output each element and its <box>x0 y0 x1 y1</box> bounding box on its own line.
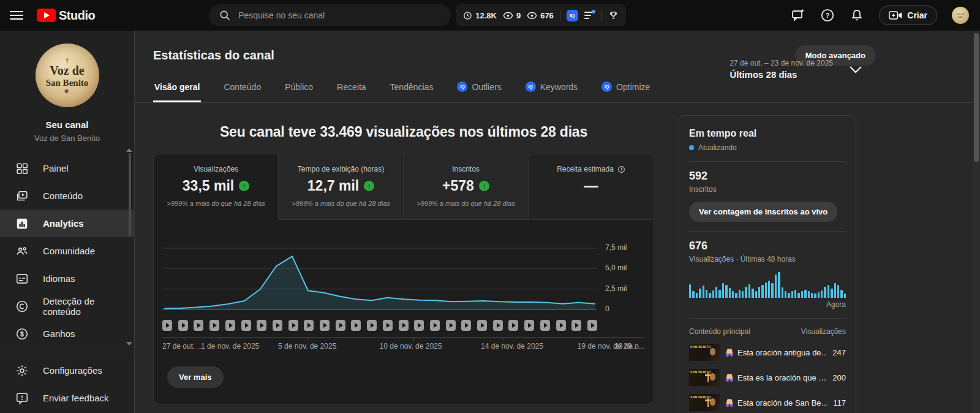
checklist-icon[interactable] <box>584 11 595 20</box>
channel-section-title: Seu canal <box>0 119 134 130</box>
video-marker-icon[interactable] <box>225 320 235 331</box>
video-marker-icon[interactable] <box>273 320 282 331</box>
date-range-picker[interactable]: 27 de out. – 23 de nov. de 2025 Últimos … <box>729 59 862 80</box>
account-avatar[interactable]: Voz deS.B. <box>952 7 969 24</box>
see-more-button[interactable]: Ver mais <box>167 366 224 388</box>
video-marker-icon[interactable] <box>320 320 330 331</box>
tab-outliers[interactable]: IQOutliers <box>456 75 502 102</box>
eye-icon <box>527 12 537 20</box>
realtime-bar <box>821 290 823 298</box>
sidebar-item-configuracoes[interactable]: Configurações <box>0 357 134 384</box>
video-marker-icon[interactable] <box>178 320 188 331</box>
video-marker-icon[interactable] <box>351 320 361 331</box>
video-marker-icon[interactable] <box>288 320 298 331</box>
sidebar-item-deteccao-de-conteudo[interactable]: Detecção de conteúdo <box>0 292 134 320</box>
video-views: 247 <box>832 348 846 357</box>
tab-optimize[interactable]: IQOptimize <box>600 75 651 102</box>
search-bar[interactable] <box>209 4 451 26</box>
avatar-monogram: Voz deS.B. <box>956 12 965 19</box>
video-marker-icon[interactable] <box>414 320 424 331</box>
sidebar-item-analytics[interactable]: Analytics <box>0 210 134 237</box>
realtime-bar <box>765 282 767 298</box>
top-content-row[interactable]: SAN BENITO Esta es la oración que … 200 <box>689 369 846 386</box>
sidebar-item-idiomas[interactable]: Idiomas <box>0 265 134 292</box>
notification-dot <box>592 10 595 13</box>
y-axis-tick: 2,5 mil <box>605 284 627 293</box>
video-marker-icon[interactable] <box>209 320 219 331</box>
tab-publico[interactable]: Público <box>284 75 314 102</box>
sidebar-item-comunidade[interactable]: Comunidade <box>0 237 134 265</box>
sidebar-item-enviar-feedback[interactable]: Enviar feedback <box>0 384 134 412</box>
metric-card-inscritos[interactable]: Inscritos +578 >999% a mais do que há 28… <box>404 154 529 220</box>
realtime-bar <box>831 289 832 298</box>
video-marker-icon[interactable] <box>508 320 518 331</box>
views-small-chip[interactable]: 9 <box>503 11 521 20</box>
video-marker-icon[interactable] <box>524 320 534 331</box>
realtime-title: Em tempo real <box>689 128 846 139</box>
menu-hamburger-icon[interactable] <box>10 11 23 20</box>
metric-card-tempo-de-exibicao[interactable]: Tempo de exibição (horas) 12,7 mil >999%… <box>279 154 404 220</box>
video-marker-icon[interactable] <box>477 320 487 331</box>
tab-receita[interactable]: Receita <box>336 75 367 102</box>
thumbnail-figure <box>710 348 715 355</box>
top-content-row[interactable]: SAN BENITO Esta oración de San Be… 117 <box>689 394 846 411</box>
notifications-bell-icon[interactable] <box>850 8 864 23</box>
tab-conteudo[interactable]: Conteúdo <box>222 75 262 102</box>
trophy-icon[interactable] <box>608 10 619 21</box>
page-scrollbar-thumb[interactable] <box>974 33 979 162</box>
video-marker-icon[interactable] <box>367 320 377 331</box>
vidiq-stats-chip[interactable]: 12.8K 9 676 IQ <box>456 4 626 26</box>
views-676-chip[interactable]: 676 <box>527 11 554 20</box>
video-marker-icon[interactable] <box>399 320 409 331</box>
video-marker-icon[interactable] <box>493 320 503 331</box>
video-marker-icon[interactable] <box>241 320 251 331</box>
video-marker-icon[interactable] <box>461 320 471 331</box>
video-marker-icon[interactable] <box>446 320 456 331</box>
praying-hands-icon <box>725 348 734 357</box>
realtime-bar <box>729 288 731 298</box>
video-marker-icon[interactable] <box>556 320 566 331</box>
realtime-subscribers-value: 592 <box>689 170 846 183</box>
video-marker-icon[interactable] <box>430 320 440 331</box>
sidebar-item-ganhos[interactable]: $ Ganhos <box>0 320 134 347</box>
video-marker-icon[interactable] <box>162 320 172 331</box>
tab-keywords[interactable]: IQKeywords <box>524 75 579 102</box>
sidebar-scrollbar[interactable] <box>129 153 131 236</box>
sidebar-item-conteudo[interactable]: Conteúdo <box>0 182 134 210</box>
realtime-bar <box>742 291 744 298</box>
help-icon[interactable]: ? <box>820 8 835 23</box>
create-button-label: Criar <box>907 10 927 20</box>
page-scrollbar[interactable] <box>973 31 980 413</box>
video-marker-icon[interactable] <box>540 320 550 331</box>
live-subscriber-count-button[interactable]: Ver contagem de inscritos ao vivo <box>689 202 837 222</box>
sidebar-scroll-up-icon[interactable] <box>126 148 132 152</box>
tab-tendencias[interactable]: Tendências <box>389 75 435 102</box>
metric-label: Visualizações <box>154 165 278 173</box>
create-button[interactable]: Criar <box>879 6 937 25</box>
metric-card-visualizacoes[interactable]: Visualizações 33,5 mil >999% a mais do q… <box>154 154 279 220</box>
video-marker-icon[interactable] <box>336 320 345 331</box>
sidebar-item-label: Analytics <box>43 218 84 229</box>
video-marker-icon[interactable] <box>571 320 581 331</box>
top-content-row[interactable]: SAN BENITO Esta oración antigua de… 247 <box>689 344 846 361</box>
vidiq-badge-icon[interactable]: IQ <box>567 10 578 21</box>
video-marker-icon[interactable] <box>587 320 597 331</box>
feedback-icon[interactable] <box>791 8 805 23</box>
tab-visao-geral[interactable]: Visão geral <box>153 75 201 102</box>
video-marker-icon[interactable] <box>257 320 266 331</box>
updating-label: Atualizando <box>698 143 737 152</box>
topbar: Studio 12.8K 9 676 IQ ? <box>0 0 980 31</box>
video-marker-icon[interactable] <box>194 320 203 331</box>
trend-up-icon <box>479 181 489 191</box>
video-marker-icon[interactable] <box>304 320 314 331</box>
video-marker-icon[interactable] <box>383 320 393 331</box>
youtube-studio-logo[interactable]: Studio <box>37 9 95 23</box>
sidebar-scroll-down-icon[interactable] <box>126 342 132 346</box>
channel-avatar[interactable]: † Voz de San Benito ✻ <box>36 44 99 107</box>
sidebar-item-painel[interactable]: Painel <box>0 154 134 182</box>
watch-time-chip[interactable]: 12.8K <box>463 11 497 20</box>
praying-hands-icon <box>725 398 734 407</box>
metric-card-receita-estimada[interactable]: Receita estimada — <box>529 154 654 220</box>
search-input[interactable] <box>238 10 441 20</box>
realtime-views-value: 676 <box>689 240 846 252</box>
